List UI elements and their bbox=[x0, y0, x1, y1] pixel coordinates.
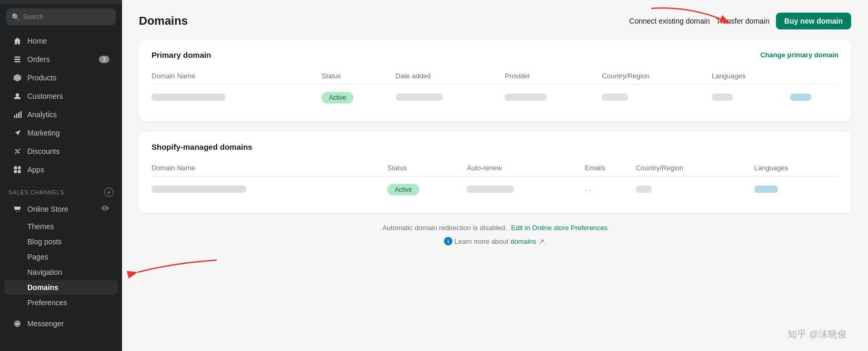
sidebar-item-online-store[interactable]: Online Store bbox=[4, 200, 118, 218]
svg-rect-11 bbox=[14, 167, 17, 170]
status-badge: Active bbox=[387, 184, 419, 195]
svg-rect-6 bbox=[18, 112, 19, 118]
col-domain-name: Domain Name bbox=[152, 160, 387, 177]
customers-icon bbox=[13, 91, 22, 101]
sidebar-item-customers[interactable]: Customers bbox=[4, 87, 118, 105]
buy-new-domain-button[interactable]: Buy new domain bbox=[776, 13, 851, 29]
col-status: Status bbox=[387, 160, 467, 177]
svg-rect-2 bbox=[14, 61, 20, 62]
sidebar-item-marketing[interactable]: Marketing bbox=[4, 124, 118, 142]
svg-rect-0 bbox=[14, 56, 20, 57]
sidebar-item-preferences[interactable]: Preferences bbox=[4, 295, 118, 310]
visibility-icon[interactable] bbox=[101, 204, 109, 214]
svg-point-9 bbox=[18, 152, 19, 153]
country-cell bbox=[636, 177, 754, 203]
provider-cell bbox=[504, 85, 602, 111]
change-primary-domain-link[interactable]: Change primary domain bbox=[760, 51, 839, 59]
sidebar-item-themes[interactable]: Themes bbox=[4, 219, 118, 234]
sidebar-item-orders[interactable]: Orders 3 bbox=[4, 50, 118, 68]
sidebar-item-label: Analytics bbox=[27, 110, 57, 119]
shopify-domains-table: Domain Name Status Auto-renew Emails Cou… bbox=[152, 160, 839, 203]
header-actions: Connect existing domain Transfer domain … bbox=[629, 13, 851, 29]
orders-badge: 3 bbox=[99, 56, 109, 63]
primary-domain-table: Domain Name Status Date added Provider C… bbox=[152, 68, 839, 111]
col-languages: Languages bbox=[754, 160, 839, 177]
domain-name-cell bbox=[152, 177, 387, 203]
discounts-icon bbox=[13, 147, 22, 156]
domains-learn-more-link[interactable]: domains bbox=[510, 238, 536, 245]
online-store-icon bbox=[13, 204, 22, 214]
home-icon bbox=[13, 36, 22, 46]
col-languages: Languages bbox=[712, 68, 790, 85]
transfer-domain-button[interactable]: Transfer domain bbox=[716, 17, 769, 25]
col-status: Status bbox=[321, 68, 395, 85]
sidebar-item-label: Products bbox=[27, 74, 56, 82]
sidebar-item-label: Orders bbox=[27, 55, 50, 64]
sidebar-item-messenger[interactable]: Messenger bbox=[4, 315, 118, 333]
products-icon bbox=[13, 73, 22, 82]
col-emails: Emails bbox=[585, 160, 636, 177]
svg-rect-5 bbox=[16, 113, 17, 118]
svg-rect-4 bbox=[14, 116, 15, 118]
col-country: Country/Region bbox=[602, 68, 712, 85]
marketing-icon bbox=[13, 128, 22, 138]
svg-rect-7 bbox=[21, 111, 22, 118]
sidebar-item-home[interactable]: Home bbox=[4, 32, 118, 50]
sidebar-item-domains[interactable]: Domains bbox=[4, 280, 118, 295]
col-auto-renew: Auto-renew bbox=[467, 160, 584, 177]
sidebar-item-label: Discounts bbox=[27, 147, 59, 156]
main-nav: Home Orders 3 Products Customers bbox=[0, 29, 122, 181]
primary-domain-title: Primary domain bbox=[152, 50, 211, 59]
sidebar-item-apps[interactable]: Apps bbox=[4, 161, 118, 179]
col-country: Country/Region bbox=[636, 160, 754, 177]
sidebar-item-label: Customers bbox=[27, 92, 63, 100]
analytics-icon bbox=[13, 110, 22, 119]
sidebar-item-discounts[interactable]: Discounts bbox=[4, 142, 118, 160]
svg-rect-1 bbox=[14, 59, 20, 60]
svg-rect-12 bbox=[18, 167, 21, 170]
auto-renew-cell bbox=[467, 177, 584, 203]
online-store-label: Online Store bbox=[27, 205, 68, 213]
emails-cell: · · bbox=[585, 177, 636, 203]
svg-point-15 bbox=[14, 321, 21, 327]
col-date-added: Date added bbox=[396, 68, 505, 85]
action-cell bbox=[790, 85, 839, 111]
svg-rect-14 bbox=[18, 170, 21, 173]
shopify-domains-title: Shopify-managed domains bbox=[152, 142, 253, 151]
messenger-icon bbox=[13, 319, 22, 328]
edit-preferences-link[interactable]: Edit in Online store Preferences bbox=[511, 224, 608, 232]
domain-name-cell bbox=[152, 85, 321, 111]
main-content: Domains Connect existing domain Transfer… bbox=[122, 0, 868, 351]
sidebar-item-analytics[interactable]: Analytics bbox=[4, 106, 118, 123]
sidebar-item-pages[interactable]: Pages bbox=[4, 250, 118, 264]
col-domain-name: Domain Name bbox=[152, 68, 321, 85]
status-badge: Active bbox=[321, 92, 354, 104]
sidebar-item-label: Messenger bbox=[27, 319, 64, 328]
languages-cell bbox=[712, 85, 790, 111]
footer-redirection-note: Automatic domain redirection is disabled… bbox=[139, 224, 851, 232]
sidebar-item-products[interactable]: Products bbox=[4, 69, 118, 87]
sidebar-item-navigation[interactable]: Navigation bbox=[4, 265, 118, 280]
watermark: 知乎 @沫晓俊 bbox=[788, 328, 847, 340]
page-header: Domains Connect existing domain Transfer… bbox=[139, 13, 851, 29]
edit-link[interactable] bbox=[790, 95, 811, 102]
connect-existing-button[interactable]: Connect existing domain bbox=[629, 17, 710, 25]
search-icon: 🔍 bbox=[12, 13, 20, 21]
svg-point-8 bbox=[15, 149, 17, 151]
search-stub[interactable]: 🔍 Search bbox=[6, 8, 116, 25]
languages-cell bbox=[754, 177, 839, 203]
emails-dots: · · bbox=[585, 186, 591, 194]
primary-domain-row: Active bbox=[152, 85, 839, 111]
primary-domain-card: Primary domain Change primary domain Dom… bbox=[139, 40, 851, 121]
col-provider: Provider bbox=[504, 68, 602, 85]
info-icon: i bbox=[444, 237, 452, 245]
country-cell bbox=[602, 85, 712, 111]
page-title: Domains bbox=[139, 14, 188, 28]
sidebar-item-blog-posts[interactable]: Blog posts bbox=[4, 234, 118, 249]
svg-point-3 bbox=[16, 93, 19, 96]
shopify-domains-card: Shopify-managed domains Domain Name Stat… bbox=[139, 132, 851, 213]
apps-icon bbox=[13, 165, 22, 174]
sidebar-item-label: Home bbox=[27, 37, 47, 45]
add-sales-channel-button[interactable]: + bbox=[104, 188, 114, 197]
online-store-subnav: Themes Blog posts Pages Navigation Domai… bbox=[0, 219, 122, 311]
